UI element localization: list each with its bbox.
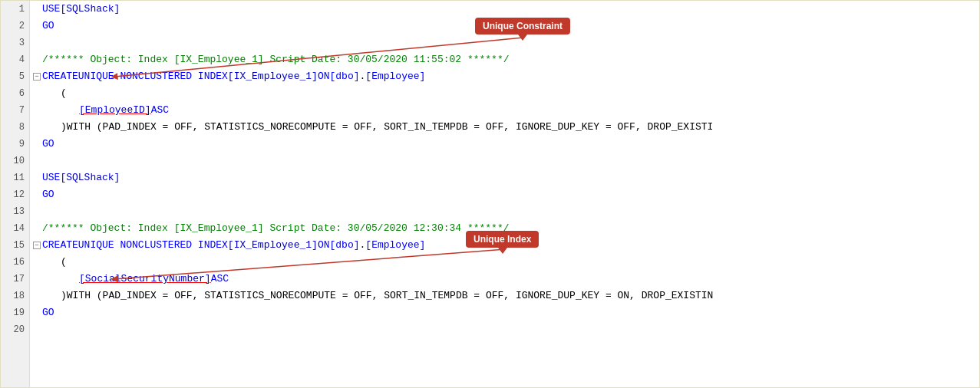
code-line: −CREATE UNIQUE NONCLUSTERED INDEX [IX_Em… [33,68,979,85]
code-line: GO [33,136,979,153]
code-line: USE [SQLShack] [33,1,979,18]
code-line: USE [SQLShack] [33,169,979,186]
line-num-4: 4 [1,51,29,68]
code-line: GO [33,304,979,321]
line-num-14: 14 [1,220,29,237]
line-num-15: 15 [1,237,29,254]
line-num-17: 17 [1,271,29,288]
line-num-19: 19 [1,304,29,321]
code-line [33,203,979,220]
code-line: /****** Object: Index [IX_Employee_1] Sc… [33,220,979,237]
code-line [33,321,979,338]
line-num-5: 5 [1,68,29,85]
code-line: )WITH (PAD_INDEX = OFF, STATISTICS_NOREC… [33,119,979,136]
line-num-11: 11 [1,169,29,186]
line-num-13: 13 [1,203,29,220]
code-line [33,35,979,51]
line-numbers: 1234567891011121314151617181920 [1,1,30,387]
code-line: /****** Object: Index [IX_Employee_1] Sc… [33,51,979,68]
code-editor: 1234567891011121314151617181920 Unique C… [0,0,980,388]
code-line: [SocialSecurityNumber] ASC [33,271,979,288]
code-area: Unique Constraint Unique Index USE [SQLS… [30,1,979,387]
line-num-2: 2 [1,18,29,35]
line-num-3: 3 [1,35,29,51]
line-num-10: 10 [1,153,29,169]
code-line: GO [33,186,979,203]
line-num-18: 18 [1,288,29,304]
line-num-9: 9 [1,136,29,153]
collapse-button[interactable]: − [33,242,41,249]
code-line: )WITH (PAD_INDEX = OFF, STATISTICS_NOREC… [33,288,979,304]
code-line: −CREATE UNIQUE NONCLUSTERED INDEX [IX_Em… [33,237,979,254]
code-line: ( [33,254,979,271]
collapse-button[interactable]: − [33,73,41,81]
line-num-20: 20 [1,321,29,338]
code-line: GO [33,18,979,35]
code-line: [EmployeeID] ASC [33,102,979,119]
line-num-6: 6 [1,85,29,102]
code-line: ( [33,85,979,102]
line-num-8: 8 [1,119,29,136]
line-num-16: 16 [1,254,29,271]
line-num-7: 7 [1,102,29,119]
line-num-1: 1 [1,1,29,18]
code-line [33,153,979,169]
line-num-12: 12 [1,186,29,203]
